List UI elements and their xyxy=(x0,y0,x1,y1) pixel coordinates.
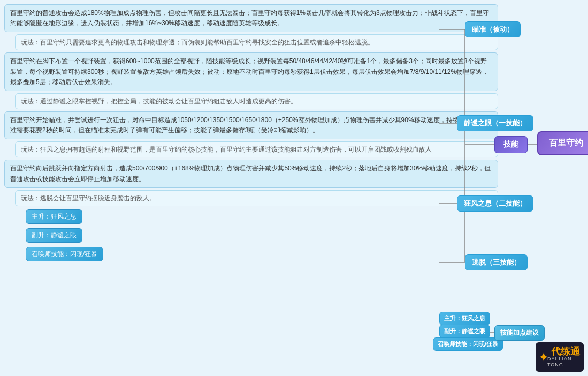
jishu-node: 技能 xyxy=(494,136,528,153)
skill2-tip-content: 玩法：狂风之息拥有超远的射程和视野范围，是百里守约的核心技能，百里守约主要通过该… xyxy=(21,146,432,153)
passive-node: 瞄准（被动） xyxy=(465,21,521,37)
skill1-node: 静谧之眼（一技能） xyxy=(457,115,533,131)
addpoint-sub-node: 副升：静谧之眼 xyxy=(439,325,490,338)
addpoint-main-node: 主升：狂风之息 xyxy=(439,312,490,325)
main-container: 百里守约的普通攻击会造成180%物理加成点物理伤害，但攻击间隔更长且无法暴击；百… xyxy=(0,0,588,376)
addpoint-summon-box: 召唤师技能：闪现/狂暴 xyxy=(26,247,103,261)
addpoint-node: 技能加点建议 xyxy=(494,325,545,341)
skill3-tip-content: 玩法：逃脱会让百里守约摆脱近身袭击的敌人。 xyxy=(21,194,156,202)
skill2-node: 狂风之息（二技能） xyxy=(457,195,533,212)
addpoint-main-box: 主升：狂风之息 xyxy=(26,209,82,224)
addpoint-sub-box: 副升：静谧之眼 xyxy=(26,228,82,243)
passive-tip-content: 玩法：百里守约只需要追求更高的物理攻击和物理穿透；而伪装则能帮助百里守约寻找安全… xyxy=(21,39,374,46)
tree-lines xyxy=(395,0,588,376)
logo-icon: ✦ xyxy=(538,350,549,365)
logo-bottom-text: DAI LIAN TONG xyxy=(547,356,584,368)
addpoint-summon-node: 召唤师技能：闪现/狂暴 xyxy=(433,337,503,351)
skill1-tip-content: 玩法：通过静谧之眼掌控视野，把控全局，技能的被动会让百里守约狙击敌人时造成更高的… xyxy=(21,97,297,105)
hero-node: 百里守约 xyxy=(537,131,588,155)
logo-box: ✦ 代练通 DAI LIAN TONG xyxy=(536,342,584,372)
skill3-node: 逃脱（三技能） xyxy=(465,254,528,270)
logo-top-text: 代练通 xyxy=(551,347,580,356)
right-tree: 瞄准（被动） 静谧之眼（一技能） 狂风之息（二技能） 逃脱（三技能） 技能 百里… xyxy=(395,0,588,376)
